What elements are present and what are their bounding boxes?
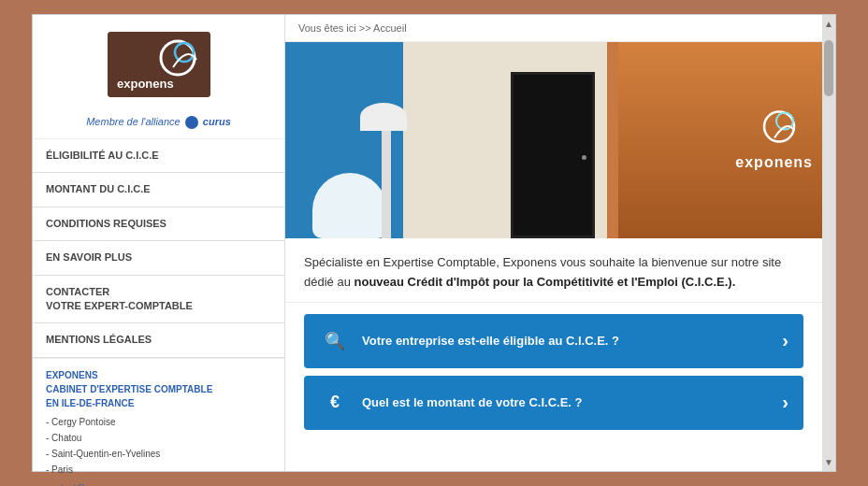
- cta-eligibility-arrow: ›: [782, 330, 788, 351]
- description-area: Spécialiste en Expertise Comptable, Expo…: [285, 238, 822, 303]
- scrollbar-track: ▲ ▼: [822, 15, 835, 471]
- nav-item-montant[interactable]: MONTANT DU C.I.C.E: [33, 173, 284, 207]
- svg-text:exponens: exponens: [117, 77, 174, 91]
- nav-item-mentions[interactable]: MENTIONS LÉGALES: [33, 323, 284, 357]
- nav-item-eligibilite[interactable]: ÉLIGIBILITÉ AU C.I.C.E: [33, 139, 284, 173]
- location-item: - Paris: [46, 462, 271, 478]
- location-item: - Cergy Pontoise: [46, 414, 271, 430]
- logo-box: exponens: [108, 32, 210, 97]
- location-item: - Chatou: [46, 430, 271, 446]
- cta-area: 🔍 Votre entreprise est-elle éligible au …: [285, 303, 822, 441]
- logo-area: exponens: [33, 15, 284, 110]
- nav-item-en-savoir-plus[interactable]: EN SAVOIR PLUS: [33, 241, 284, 275]
- door-handle: [582, 155, 586, 160]
- sidebar-footer: EXPONENS CABINET D'EXPERTISE COMPTABLE E…: [33, 358, 284, 486]
- hero-image: exponens: [285, 42, 822, 238]
- search-icon: 🔍: [319, 325, 351, 357]
- cta-eligibility-button[interactable]: 🔍 Votre entreprise est-elle éligible au …: [304, 314, 803, 368]
- chair: [312, 173, 387, 238]
- hero-logo-icon: [751, 110, 798, 152]
- alliance-bar: Membre de l'alliance curus: [33, 110, 284, 139]
- alliance-icon: [185, 116, 198, 129]
- curus-brand: curus: [203, 116, 231, 127]
- location-item: - Saint-Quentin-en-Yvelines: [46, 446, 271, 462]
- sidebar: exponens Membre de l'alliance curus ÉLIG…: [33, 15, 285, 471]
- cta-montant-button[interactable]: € Quel est le montant de votre C.I.C.E. …: [304, 376, 803, 430]
- hero-door: [511, 72, 595, 239]
- main-content: Vous êtes ici >> Accueil e: [285, 15, 822, 471]
- hero-logo-area: exponens: [735, 110, 813, 171]
- alliance-text: Membre de l'alliance: [86, 116, 183, 127]
- scroll-down-arrow[interactable]: ▼: [824, 457, 833, 467]
- euro-icon: €: [319, 387, 351, 419]
- company-name: EXPONENS CABINET D'EXPERTISE COMPTABLE E…: [46, 368, 271, 410]
- lamp-pole: [382, 121, 391, 238]
- hero-logo-text: exponens: [735, 154, 813, 171]
- description-highlight: nouveau Crédit d'Impôt pour la Compétiti…: [354, 275, 736, 289]
- breadcrumb: Vous êtes ici >> Accueil: [285, 15, 822, 42]
- lamp-shade: [360, 103, 407, 131]
- location-list: - Cergy Pontoise - Chatou - Saint-Quenti…: [46, 414, 271, 478]
- nav-item-contacter[interactable]: CONTACTER VOTRE EXPERT-COMPTABLE: [33, 276, 284, 324]
- cta-montant-arrow: ›: [782, 392, 788, 413]
- scroll-up-arrow[interactable]: ▲: [824, 19, 833, 29]
- page-wrapper: exponens Membre de l'alliance curus ÉLIG…: [32, 14, 836, 472]
- cta-eligibility-label: Votre entreprise est-elle éligible au C.…: [362, 334, 774, 348]
- nav-item-conditions[interactable]: CONDITIONS REQUISES: [33, 207, 284, 241]
- cta-montant-label: Quel est le montant de votre C.I.C.E. ?: [362, 395, 774, 409]
- scrollbar-thumb[interactable]: [824, 40, 833, 96]
- right-wall: exponens: [618, 42, 822, 238]
- nav-menu: ÉLIGIBILITÉ AU C.I.C.E MONTANT DU C.I.C.…: [33, 139, 284, 358]
